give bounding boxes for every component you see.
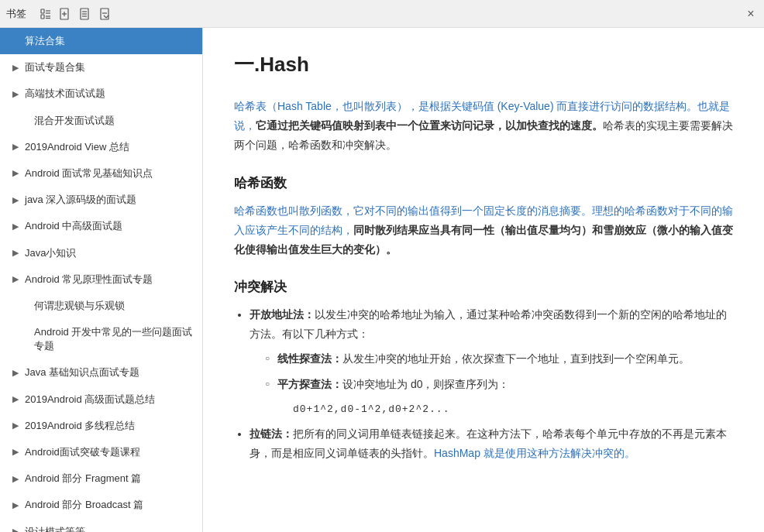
svg-rect-0 [41, 9, 44, 13]
sidebar-item-Android 部分 Broadcast 篇[interactable]: ▶Android 部分 Broadcast 篇 [0, 492, 202, 518]
chevron-right-icon: ▶ [12, 367, 22, 379]
intro-paragraph: 哈希表（Hash Table，也叫散列表），是根据关键码值 (Key-Value… [234, 97, 733, 156]
sidebar-item-算法合集[interactable]: 算法合集 [0, 28, 202, 54]
chevron-right-icon: ▶ [12, 526, 22, 532]
sidebar-item-label: 算法合集 [25, 34, 193, 48]
chain-item: 拉链法：把所有的同义词用单链表链接起来。在这种方法下，哈希表每个单元中存放的不再… [250, 424, 733, 463]
sidebar-item-Java小知识[interactable]: ▶Java小知识 [0, 240, 202, 266]
svg-rect-1 [41, 15, 44, 19]
sidebar-item-Android 面试常见基础知识点[interactable]: ▶Android 面试常见基础知识点 [0, 160, 202, 187]
panel-title: 书签 [6, 7, 26, 21]
sidebar-item-高端技术面试试题[interactable]: ▶高端技术面试试题 [0, 81, 202, 107]
sidebar-item-2019Android 多线程总结[interactable]: ▶2019Android 多线程总结 [0, 413, 202, 439]
chevron-right-icon: ▶ [12, 194, 22, 206]
bookmark-expand-icon[interactable] [79, 7, 93, 21]
chevron-right-icon: ▶ [12, 393, 22, 405]
sidebar-item-Android 常见原理性面试专题[interactable]: ▶Android 常见原理性面试专题 [0, 266, 202, 293]
sidebar-item-label: Android面试突破专题课程 [25, 445, 193, 459]
linear-probe-item: 线性探查法：从发生冲突的地址开始，依次探查下一个地址，直到找到一个空闲单元。 [265, 349, 733, 369]
hash-func-paragraph: 哈希函数也叫散列函数，它对不同的输出值得到一个固定长度的消息摘要。理想的哈希函数… [234, 201, 733, 260]
chevron-right-icon: ▶ [12, 247, 22, 259]
chevron-right-icon: ▶ [12, 473, 22, 485]
sidebar-item-2019Android View 总结[interactable]: ▶2019Android View 总结 [0, 134, 202, 160]
chain-text2: HashMap 就是使用这种方法解决冲突的。 [434, 447, 635, 459]
open-address-text2: 有以下几种方式： [282, 328, 369, 340]
sidebar-item-何谓悲观锁与乐观锁[interactable]: 何谓悲观锁与乐观锁 [0, 293, 202, 319]
chevron-right-icon: ▶ [12, 221, 22, 232]
bookmark-list-icon[interactable] [39, 7, 53, 21]
sidebar-item-label: Android 部分 Fragment 篇 [25, 472, 193, 486]
chevron-right-icon: ▶ [12, 273, 22, 285]
sidebar-item-label: Android 部分 Broadcast 篇 [25, 498, 193, 512]
square-probe-text: 设冲突地址为 d0，则探查序列为： [342, 378, 509, 390]
sidebar-item-label: 何谓悲观锁与乐观锁 [34, 299, 193, 313]
sidebar-item-label: Java 基础知识点面试专题 [25, 366, 193, 379]
toolbar-icons [39, 7, 113, 21]
bookmark-collapse-icon[interactable] [99, 7, 113, 21]
section1-title: 哈希函数 [234, 174, 733, 192]
sidebar-item-面试专题合集[interactable]: ▶面试专题合集 [0, 54, 202, 81]
sidebar-item-label: Java小知识 [25, 246, 193, 260]
chevron-right-icon: ▶ [12, 141, 22, 153]
sidebar-item-label: 设计模式等等 [25, 525, 193, 532]
square-probe-item: 平方探查法：设冲突地址为 d0，则探查序列为： [265, 375, 733, 394]
sidebar-item-混合开发面试试题[interactable]: 混合开发面试试题 [0, 108, 202, 134]
sidebar-item-label: Android 开发中常见的一些问题面试专题 [34, 325, 193, 353]
close-button[interactable]: × [744, 7, 758, 21]
main-layout: 算法合集▶面试专题合集▶高端技术面试试题混合开发面试试题▶2019Android… [0, 28, 764, 532]
intro-bold: 它通过把关键码值映射到表中一个位置来访问记录，以加快查找的速度。 [256, 119, 603, 132]
chevron-right-icon: ▶ [12, 420, 22, 431]
bookmark-add-icon[interactable] [59, 7, 73, 21]
formula-line: d0+1^2,d0-1^2,d0+2^2... [293, 400, 733, 418]
sidebar-item-label: Android 面试常见基础知识点 [25, 166, 193, 180]
sidebar-item-label: 高端技术面试试题 [25, 87, 193, 101]
sidebar-item-Android 中高级面试题[interactable]: ▶Android 中高级面试题 [0, 213, 202, 239]
chevron-right-icon: ▶ [12, 446, 22, 458]
chevron-right-icon: ▶ [12, 88, 22, 100]
sidebar-item-label: 2019Android 高级面试题总结 [25, 393, 193, 407]
sidebar-item-label: java 深入源码级的面试题 [25, 193, 193, 207]
linear-probe-text: 从发生冲突的地址开始，依次探查下一个地址，直到找到一个空闲单元。 [342, 352, 690, 365]
sidebar-item-Java 基础知识点面试专题[interactable]: ▶Java 基础知识点面试专题 [0, 359, 202, 386]
chevron-right-icon: ▶ [12, 499, 22, 511]
page-title: 一.Hash [234, 51, 733, 78]
sidebar-item-设计模式等等[interactable]: ▶设计模式等等 [0, 519, 202, 532]
sidebar-item-label: 2019Android 多线程总结 [25, 419, 193, 433]
sidebar-item-Android面试突破专题课程[interactable]: ▶Android面试突破专题课程 [0, 439, 202, 465]
conflict-list: 开放地址法：以发生冲突的哈希地址为输入，通过某种哈希冲突函数得到一个新的空闲的哈… [250, 305, 733, 464]
sidebar-item-Android 部分 Fragment 篇[interactable]: ▶Android 部分 Fragment 篇 [0, 465, 202, 492]
sidebar: 算法合集▶面试专题合集▶高端技术面试试题混合开发面试试题▶2019Android… [0, 28, 203, 532]
linear-probe-label: 线性探查法： [277, 352, 342, 365]
section2-title: 冲突解决 [234, 278, 733, 296]
open-address-bold: 开放地址法： [250, 308, 315, 321]
sidebar-item-label: 面试专题合集 [25, 60, 193, 74]
chain-bold: 拉链法： [250, 427, 293, 440]
sidebar-item-label: 2019Android View 总结 [25, 140, 193, 154]
sidebar-item-java 深入源码级的面试题[interactable]: ▶java 深入源码级的面试题 [0, 187, 202, 213]
sidebar-item-label: Android 中高级面试题 [25, 219, 193, 233]
top-bar: 书签 [0, 0, 764, 28]
square-probe-label: 平方探查法： [277, 378, 342, 390]
open-address-item: 开放地址法：以发生冲突的哈希地址为输入，通过某种哈希冲突函数得到一个新的空闲的哈… [250, 305, 733, 418]
probe-methods: 线性探查法：从发生冲突的地址开始，依次探查下一个地址，直到找到一个空闲单元。 平… [265, 349, 733, 394]
svg-rect-13 [101, 9, 108, 19]
sidebar-item-Android 开发中常见的一些问题面试专题[interactable]: Android 开发中常见的一些问题面试专题 [0, 319, 202, 359]
sidebar-item-2019Android 高级面试题总结[interactable]: ▶2019Android 高级面试题总结 [0, 386, 202, 413]
chevron-right-icon: ▶ [12, 62, 22, 74]
sidebar-item-label: Android 常见原理性面试专题 [25, 273, 193, 287]
chevron-right-icon: ▶ [12, 167, 22, 179]
content-area: 一.Hash 哈希表（Hash Table，也叫散列表），是根据关键码值 (Ke… [203, 28, 764, 532]
sidebar-item-label: 混合开发面试试题 [34, 114, 193, 128]
